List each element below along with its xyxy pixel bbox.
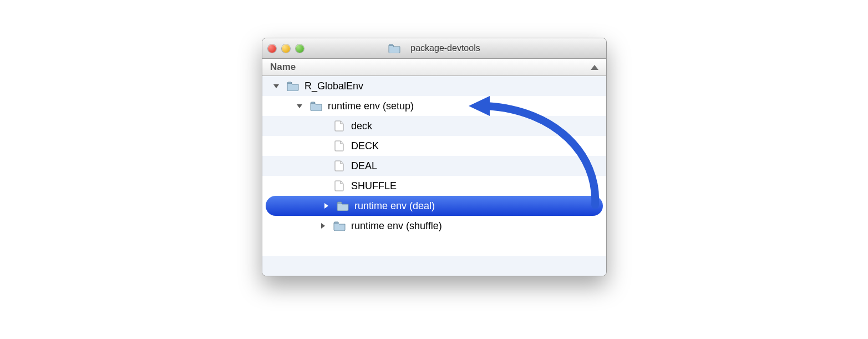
sort-ascending-icon[interactable]: [591, 65, 598, 70]
tree-view: R_GlobalEnv runtime env (setup): [262, 76, 606, 276]
tree-row-runtime-deal[interactable]: runtime env (deal): [266, 196, 603, 216]
file-icon: [333, 160, 346, 171]
folder-icon: [388, 43, 400, 54]
finder-window: package-devtools Name R_GlobalEnv: [262, 38, 607, 276]
column-header[interactable]: Name: [262, 59, 606, 76]
file-icon: [333, 140, 346, 151]
tree-label: R_GlobalEnv: [304, 80, 363, 92]
empty-rows: [262, 236, 606, 276]
tree-row-deal-uc[interactable]: DEAL: [262, 156, 606, 176]
tree-row-shuffle-uc[interactable]: SHUFFLE: [262, 176, 606, 196]
disclosure-closed-icon[interactable]: [318, 221, 328, 231]
folder-icon: [337, 200, 349, 211]
window-title: package-devtools: [262, 43, 606, 54]
tree-row-deck-lc[interactable]: deck: [262, 116, 606, 136]
tree-row-deck-uc[interactable]: DECK: [262, 136, 606, 156]
tree-label: deck: [351, 120, 372, 132]
tree-label: SHUFFLE: [351, 180, 397, 192]
window-title-text: package-devtools: [410, 43, 480, 53]
zoom-button[interactable]: [296, 44, 304, 53]
file-icon: [333, 180, 346, 191]
close-button[interactable]: [268, 44, 276, 53]
tree-row-global-env[interactable]: R_GlobalEnv: [262, 76, 606, 96]
tree-label: runtime env (deal): [354, 200, 435, 212]
disclosure-open-icon[interactable]: [295, 101, 304, 111]
tree-row-runtime-shuffle[interactable]: runtime env (shuffle): [262, 216, 606, 236]
folder-icon: [287, 80, 299, 92]
tree-label: DEAL: [351, 160, 377, 172]
minimize-button[interactable]: [282, 44, 290, 53]
tree-label: runtime env (setup): [328, 100, 414, 112]
disclosure-open-icon[interactable]: [271, 81, 281, 91]
column-name-label: Name: [270, 62, 296, 73]
folder-icon: [310, 100, 322, 112]
file-icon: [333, 120, 346, 131]
tree-label: runtime env (shuffle): [351, 220, 442, 232]
tree-row-runtime-setup[interactable]: runtime env (setup): [262, 96, 606, 116]
tree-label: DECK: [351, 140, 379, 152]
traffic-lights: [268, 44, 304, 53]
disclosure-closed-icon[interactable]: [321, 201, 331, 211]
folder-icon: [333, 220, 346, 231]
titlebar[interactable]: package-devtools: [262, 38, 606, 59]
